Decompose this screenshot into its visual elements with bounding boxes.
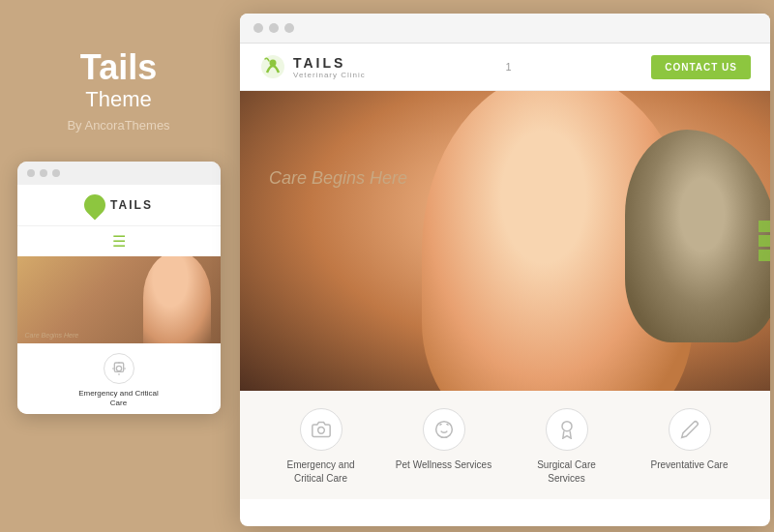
- hero-tagline: Care Begins Here: [269, 168, 407, 189]
- svg-point-7: [562, 422, 572, 431]
- svg-point-4: [317, 428, 324, 434]
- svg-rect-1: [114, 363, 123, 371]
- browser-dot-3: [284, 23, 294, 33]
- theme-subtitle: Theme: [85, 87, 151, 112]
- service-icon-wellness: [423, 408, 465, 451]
- mobile-hero-face: [143, 256, 211, 343]
- mobile-dot-2: [40, 169, 47, 177]
- side-dot-3: [759, 250, 770, 261]
- desktop-logo-icon: [259, 53, 286, 80]
- mobile-mockup: TAILS ☰ Care Begins Here Emergency and C…: [17, 162, 221, 415]
- desktop-logo-text-group: TAILS Veterinary Clinic: [293, 55, 366, 79]
- mobile-content: TAILS ☰ Care Begins Here Emergency and C…: [17, 185, 221, 415]
- desktop-nav: 1: [505, 61, 511, 73]
- services-section: Emergency and Critical Care Pet Wellness…: [240, 391, 770, 499]
- service-icon-preventative: [669, 408, 711, 451]
- service-label-emergency: Emergency and Critical Care: [273, 458, 370, 486]
- left-panel: Tails Theme By AncoraThemes TAILS ☰ Care…: [0, 0, 237, 532]
- mobile-service-icon: [104, 353, 134, 384]
- contact-button[interactable]: CONTACT US: [651, 55, 751, 79]
- side-dots: [759, 221, 770, 261]
- service-label-surgical: Surgical Care Services: [519, 458, 615, 486]
- mobile-logo: TAILS: [84, 194, 153, 216]
- desktop-logo-name: TAILS: [293, 55, 366, 71]
- mobile-logo-text: TAILS: [110, 198, 153, 212]
- theme-title: Tails: [80, 48, 157, 87]
- desktop-logo: TAILS Veterinary Clinic: [259, 53, 366, 80]
- mobile-hero-image: Care Begins Here: [17, 256, 221, 343]
- mobile-dot-3: [52, 169, 60, 177]
- service-icon-surgical: [546, 408, 588, 451]
- service-label-wellness: Pet Wellness Services: [396, 458, 491, 472]
- service-item-surgical: Surgical Care Services: [519, 408, 615, 486]
- mobile-browser-bar: [17, 162, 221, 185]
- mobile-service-text: Emergency and Critical Care: [78, 389, 159, 409]
- desktop-hero: Care Begins Here: [240, 91, 770, 391]
- browser-dot-2: [269, 23, 279, 33]
- hero-cat: [625, 130, 770, 342]
- mobile-hero-tagline: Care Begins Here: [25, 332, 79, 339]
- browser-dot-1: [253, 23, 263, 33]
- mobile-header: TAILS: [17, 185, 221, 226]
- service-icon-emergency: [300, 408, 342, 451]
- service-item-wellness: Pet Wellness Services: [396, 408, 492, 472]
- service-item-preventative: Preventative Care: [641, 408, 738, 472]
- side-dot-2: [759, 235, 770, 247]
- mobile-logo-icon: [80, 190, 110, 220]
- mobile-dot-1: [27, 169, 35, 177]
- svg-point-3: [270, 60, 277, 67]
- desktop-header: TAILS Veterinary Clinic 1 CONTACT US: [240, 44, 770, 91]
- mobile-menu-icon: ☰: [17, 226, 221, 256]
- theme-by: By AncoraThemes: [67, 118, 169, 133]
- mobile-service-section: Emergency and Critical Care: [17, 343, 221, 415]
- service-label-preventative: Preventative Care: [650, 458, 728, 472]
- desktop-logo-tagline: Veterinary Clinic: [293, 71, 366, 79]
- service-item-emergency: Emergency and Critical Care: [273, 408, 370, 486]
- side-dot-1: [759, 221, 770, 232]
- right-panel: TAILS Veterinary Clinic 1 CONTACT US Car…: [240, 14, 770, 526]
- browser-bar: [240, 14, 770, 44]
- svg-point-0: [116, 366, 121, 370]
